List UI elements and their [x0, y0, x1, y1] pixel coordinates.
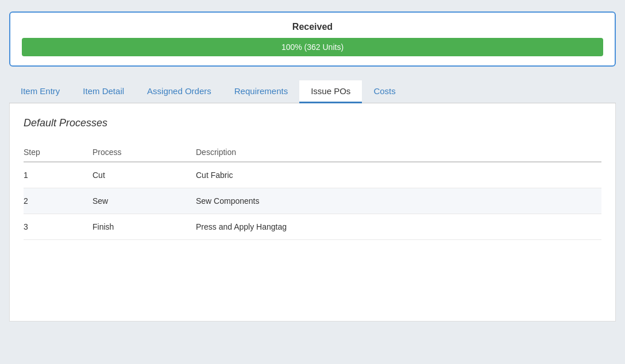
- tab-requirements[interactable]: Requirements: [223, 80, 299, 103]
- col-header-step: Step: [24, 143, 92, 162]
- table-row: 2SewSew Components: [24, 188, 601, 214]
- tab-item-detail[interactable]: Item Detail: [71, 80, 136, 103]
- table-row: 1CutCut Fabric: [24, 162, 601, 188]
- cell-step: 3: [24, 214, 92, 240]
- section-title: Default Processes: [24, 117, 601, 129]
- tab-item-entry[interactable]: Item Entry: [9, 80, 71, 103]
- page-wrapper: Received 100% (362 Units) Item Entry Ite…: [0, 0, 625, 333]
- col-header-description: Description: [196, 143, 601, 162]
- processes-table: Step Process Description 1CutCut Fabric2…: [24, 143, 601, 240]
- tab-issue-pos[interactable]: Issue POs: [299, 80, 362, 103]
- cell-process: Cut: [92, 162, 196, 188]
- cell-step: 1: [24, 162, 92, 188]
- cell-description: Press and Apply Hangtag: [196, 214, 601, 240]
- table-header-row: Step Process Description: [24, 143, 601, 162]
- tab-costs[interactable]: Costs: [362, 80, 407, 103]
- cell-process: Finish: [92, 214, 196, 240]
- received-card: Received 100% (362 Units): [9, 11, 616, 67]
- table-body: 1CutCut Fabric2SewSew Components3FinishP…: [24, 162, 601, 240]
- cell-description: Sew Components: [196, 188, 601, 214]
- progress-bar: 100% (362 Units): [22, 38, 603, 56]
- received-title: Received: [22, 22, 603, 32]
- tabs-container: Item Entry Item Detail Assigned Orders R…: [9, 80, 616, 103]
- cell-step: 2: [24, 188, 92, 214]
- progress-bar-label: 100% (362 Units): [281, 42, 344, 52]
- col-header-process: Process: [92, 143, 196, 162]
- table-row: 3FinishPress and Apply Hangtag: [24, 214, 601, 240]
- cell-process: Sew: [92, 188, 196, 214]
- main-panel: Default Processes Step Process Descripti…: [9, 103, 616, 322]
- tab-assigned-orders[interactable]: Assigned Orders: [136, 80, 223, 103]
- cell-description: Cut Fabric: [196, 162, 601, 188]
